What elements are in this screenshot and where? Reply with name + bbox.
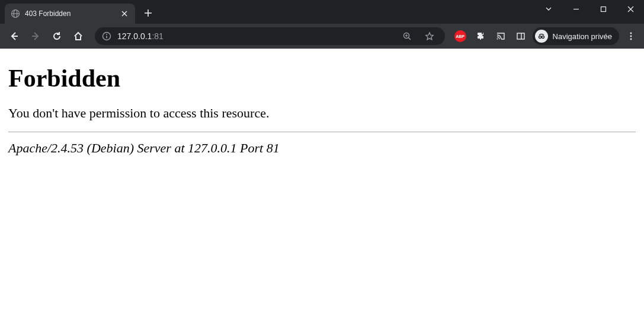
forward-button[interactable] xyxy=(26,27,45,46)
server-signature: Apache/2.4.53 (Debian) Server at 127.0.0… xyxy=(8,141,636,156)
cast-icon[interactable] xyxy=(492,28,509,44)
abp-badge: ABP xyxy=(454,30,466,42)
maximize-button[interactable] xyxy=(589,0,617,18)
info-icon[interactable] xyxy=(102,31,111,41)
error-heading: Forbidden xyxy=(8,64,636,93)
toolbar-right: ABP Navigation privée xyxy=(452,27,639,45)
url-text: 127.0.0.1:81 xyxy=(117,31,393,41)
browser-tab[interactable]: 403 Forbidden xyxy=(5,4,135,24)
back-button[interactable] xyxy=(5,27,24,46)
svg-point-28 xyxy=(630,36,632,37)
new-tab-button[interactable] xyxy=(140,5,156,21)
close-window-button[interactable] xyxy=(617,0,644,18)
svg-line-17 xyxy=(408,38,411,40)
svg-marker-20 xyxy=(425,33,432,40)
minimize-button[interactable] xyxy=(562,0,589,18)
extensions-icon[interactable] xyxy=(472,28,489,44)
svg-point-29 xyxy=(630,39,632,40)
home-button[interactable] xyxy=(69,27,88,46)
svg-rect-22 xyxy=(517,33,524,39)
page-content: Forbidden You don't have permission to a… xyxy=(0,49,644,322)
svg-point-25 xyxy=(542,36,544,39)
svg-point-14 xyxy=(106,34,107,35)
star-icon[interactable] xyxy=(421,28,438,44)
incognito-label: Navigation privée xyxy=(553,32,612,41)
error-message: You don't have permission to access this… xyxy=(8,106,636,121)
sidepanel-icon[interactable] xyxy=(512,28,529,44)
zoom-icon[interactable] xyxy=(399,28,415,44)
browser-toolbar: 127.0.0.1:81 ABP Navigation privée xyxy=(0,24,644,49)
incognito-badge[interactable]: Navigation privée xyxy=(533,27,619,45)
url-port: :81 xyxy=(152,31,163,41)
svg-point-27 xyxy=(630,33,632,34)
reload-button[interactable] xyxy=(47,27,66,46)
svg-point-24 xyxy=(539,36,541,39)
window-controls xyxy=(535,0,644,18)
close-tab-icon[interactable] xyxy=(120,9,129,18)
address-bar[interactable]: 127.0.0.1:81 xyxy=(95,27,445,45)
titlebar: 403 Forbidden xyxy=(0,0,644,24)
menu-icon[interactable] xyxy=(623,28,639,44)
tab-title: 403 Forbidden xyxy=(25,9,120,18)
chevron-down-icon[interactable] xyxy=(535,0,562,18)
svg-rect-8 xyxy=(601,7,605,11)
divider xyxy=(8,132,636,132)
svg-point-21 xyxy=(496,39,498,40)
globe-icon xyxy=(11,9,20,18)
abp-extension-icon[interactable]: ABP xyxy=(452,28,469,44)
incognito-icon xyxy=(535,30,548,43)
url-host: 127.0.0.1 xyxy=(117,31,152,41)
